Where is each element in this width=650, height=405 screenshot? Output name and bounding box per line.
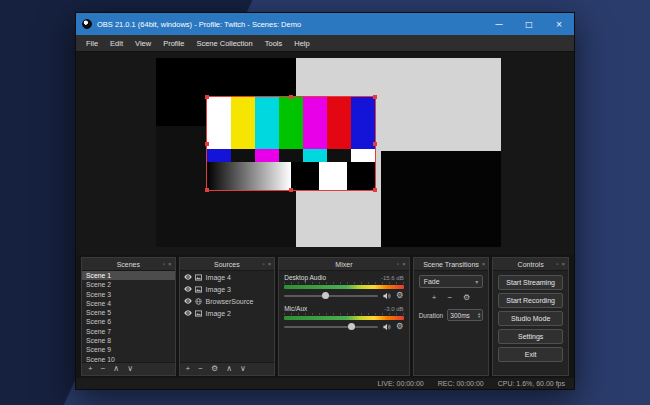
- selection-handle[interactable]: [373, 142, 377, 146]
- meter-tick-scale: [284, 313, 403, 315]
- volume-slider[interactable]: [284, 322, 378, 331]
- duration-label: Duration: [419, 312, 444, 319]
- minimize-button[interactable]: —: [484, 13, 514, 35]
- exit-button[interactable]: Exit: [498, 347, 563, 362]
- menu-item-scene-collection[interactable]: Scene Collection: [190, 39, 258, 48]
- scene-list-item[interactable]: Scene 2: [82, 280, 175, 289]
- maximize-button[interactable]: □: [514, 13, 544, 35]
- dock-close-icon[interactable]: ×: [268, 261, 272, 267]
- dock-close-icon[interactable]: ×: [402, 261, 406, 267]
- source-list-item[interactable]: BrowserSource: [180, 295, 275, 307]
- source-list-item[interactable]: Image 4: [180, 271, 275, 283]
- selection-handle[interactable]: [205, 95, 209, 99]
- menu-item-file[interactable]: File: [80, 39, 104, 48]
- move-source-down-button[interactable]: ∨: [240, 365, 246, 373]
- scenes-toolbar: + − ∧ ∨: [82, 362, 175, 375]
- volume-slider-handle[interactable]: [348, 323, 355, 330]
- preview-area[interactable]: [76, 52, 574, 255]
- sources-list: Image 4 Image 3 BrowserSource: [180, 271, 275, 362]
- mixer-dock-header[interactable]: Mixer ▫ ×: [279, 258, 408, 271]
- start-recording-button[interactable]: Start Recording: [498, 293, 563, 308]
- scene-list-item[interactable]: Scene 1: [82, 271, 175, 280]
- remove-transition-button[interactable]: −: [447, 294, 452, 302]
- close-button[interactable]: ×: [544, 13, 574, 35]
- controls-dock-header[interactable]: Controls ▫ ×: [493, 258, 568, 271]
- volume-slider-handle[interactable]: [322, 292, 329, 299]
- menu-item-edit[interactable]: Edit: [104, 39, 129, 48]
- dock-float-icon[interactable]: ▫: [477, 261, 479, 267]
- dock-close-icon[interactable]: ×: [482, 261, 486, 267]
- source-black-image-2[interactable]: [381, 151, 501, 247]
- settings-button[interactable]: Settings: [498, 329, 563, 344]
- remove-scene-button[interactable]: −: [101, 365, 106, 373]
- scene-list-item[interactable]: Scene 7: [82, 327, 175, 336]
- volume-slider[interactable]: [284, 291, 378, 300]
- scenes-dock-header[interactable]: Scenes ▫ ×: [82, 258, 175, 271]
- colorbars-mid-row: [207, 149, 375, 162]
- transitions-dock-header[interactable]: Scene Transitions ▫ ×: [414, 258, 489, 271]
- menu-item-tools[interactable]: Tools: [259, 39, 289, 48]
- mixer-channel-mic-aux: Mic/Aux -3.0 dB ⚙: [284, 305, 403, 331]
- channel-settings-gear-icon[interactable]: ⚙: [396, 291, 404, 300]
- scene-list-item[interactable]: Scene 8: [82, 336, 175, 345]
- selection-handle[interactable]: [289, 188, 293, 192]
- status-bar: LIVE: 00:00:00 REC: 00:00:00 CPU: 1.6%, …: [76, 378, 574, 389]
- speaker-icon[interactable]: [383, 323, 391, 331]
- duration-spinner[interactable]: 300ms ▴ ▾: [447, 309, 483, 321]
- scene-list-item[interactable]: Scene 10: [82, 355, 175, 362]
- transition-select[interactable]: Fade ▾: [419, 275, 484, 288]
- source-properties-gear-icon[interactable]: ⚙: [211, 365, 218, 373]
- dock-float-icon[interactable]: ▫: [397, 261, 399, 267]
- visibility-eye-icon[interactable]: [184, 309, 192, 317]
- source-list-item[interactable]: Image 2: [180, 307, 275, 319]
- studio-mode-button[interactable]: Studio Mode: [498, 311, 563, 326]
- selection-handle[interactable]: [205, 188, 209, 192]
- menu-item-profile[interactable]: Profile: [157, 39, 190, 48]
- selection-handle[interactable]: [373, 188, 377, 192]
- volume-meter: [284, 316, 403, 320]
- menu-item-view[interactable]: View: [129, 39, 157, 48]
- dock-float-icon[interactable]: ▫: [163, 261, 165, 267]
- dock-float-icon[interactable]: ▫: [263, 261, 265, 267]
- titlebar[interactable]: OBS 21.0.1 (64bit, windows) - Profile: T…: [76, 13, 574, 35]
- scene-list-item[interactable]: Scene 5: [82, 308, 175, 317]
- sources-dock-header[interactable]: Sources ▫ ×: [180, 258, 275, 271]
- dock-float-icon[interactable]: ▫: [556, 261, 558, 267]
- transition-properties-gear-icon[interactable]: ⚙: [463, 294, 470, 302]
- visibility-eye-icon[interactable]: [184, 273, 192, 281]
- dock-close-icon[interactable]: ×: [561, 261, 565, 267]
- visibility-eye-icon[interactable]: [184, 297, 192, 305]
- channel-settings-gear-icon[interactable]: ⚙: [396, 322, 404, 331]
- mixer-channel-desktop-audio: Desktop Audio -15.6 dB ⚙: [284, 274, 403, 300]
- selection-handle[interactable]: [205, 142, 209, 146]
- spin-down-icon[interactable]: ▾: [478, 315, 480, 319]
- add-transition-button[interactable]: +: [432, 294, 437, 302]
- meter-tick-scale: [284, 282, 403, 284]
- move-scene-down-button[interactable]: ∨: [127, 365, 133, 373]
- selection-handle[interactable]: [289, 95, 293, 99]
- add-source-button[interactable]: +: [186, 365, 191, 373]
- scene-list-item[interactable]: Scene 6: [82, 317, 175, 326]
- add-scene-button[interactable]: +: [88, 365, 93, 373]
- sources-toolbar: + − ⚙ ∧ ∨: [180, 362, 275, 375]
- sources-dock: Sources ▫ × Image 4 Image 3: [179, 257, 276, 376]
- scene-list-item[interactable]: Scene 4: [82, 299, 175, 308]
- selected-source-colorbars[interactable]: [206, 96, 376, 191]
- scene-list-item[interactable]: Scene 9: [82, 345, 175, 354]
- scene-canvas[interactable]: [156, 58, 501, 247]
- start-streaming-button[interactable]: Start Streaming: [498, 275, 563, 290]
- source-list-item[interactable]: Image 3: [180, 283, 275, 295]
- controls-dock: Controls ▫ × Start Streaming Start Recor…: [492, 257, 569, 376]
- menu-item-help[interactable]: Help: [288, 39, 315, 48]
- docks-row: Scenes ▫ × Scene 1 Scene 2 Scene 3 Scene…: [76, 255, 574, 378]
- selection-handle[interactable]: [373, 95, 377, 99]
- speaker-icon[interactable]: [383, 292, 391, 300]
- rec-timer: REC: 00:00:00: [438, 380, 484, 387]
- remove-source-button[interactable]: −: [198, 365, 203, 373]
- cpu-fps-stats: CPU: 1.6%, 60.00 fps: [498, 380, 565, 387]
- dock-close-icon[interactable]: ×: [168, 261, 172, 267]
- scene-list-item[interactable]: Scene 3: [82, 290, 175, 299]
- move-source-up-button[interactable]: ∧: [226, 365, 232, 373]
- move-scene-up-button[interactable]: ∧: [113, 365, 119, 373]
- visibility-eye-icon[interactable]: [184, 285, 192, 293]
